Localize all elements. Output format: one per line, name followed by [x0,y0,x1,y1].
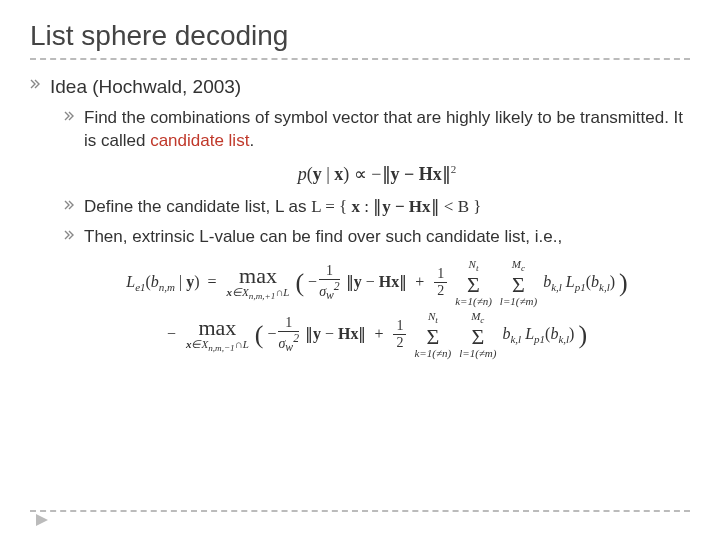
f1-p: p [298,164,307,184]
f1-norml: ‖ [382,164,391,184]
bullet-lvl1: Idea (Hochwald, 2003) [30,74,690,100]
sub-bullets: Find the combinations of symbol vector t… [30,106,690,361]
f1-y: y [313,164,322,184]
ldef-nr: ‖ [431,197,440,216]
svg-marker-0 [36,514,48,526]
bottom-divider [30,510,690,512]
ldef-b: : [360,197,373,216]
ldef-x: x [351,197,360,216]
ldef-ymhx: y − Hx [382,197,430,216]
f1-prop: ∝ − [349,164,381,184]
page-title: List sphere decoding [30,20,690,60]
bullet-lvl2-then: Then, extrinsic L-value can be find over… [64,225,690,249]
bullet-lvl2-find: Find the combinations of symbol vector t… [64,106,690,154]
f1-normr: ‖ [442,164,451,184]
bullet-icon [64,111,76,121]
idea-text: Idea (Hochwald, 2003) [50,74,241,100]
formula-extrinsic-lvalue: Le1(bn,m | y) = maxx∈Xn,m,+1∩L ( −1σw2 ‖… [64,257,690,361]
next-slide-icon[interactable] [36,512,50,530]
formula-likelihood: p(y | x) ∝ −‖y − Hx‖2 [64,163,690,185]
f1-sq: 2 [451,163,457,175]
candidate-list-label: candidate list [150,131,249,150]
f1-bar: | [322,164,335,184]
bullet-lvl2-define: Define the candidate list, L as L = { x … [64,195,690,219]
ldef-lt: < B } [440,197,482,216]
f1-ymhx: y − Hx [391,164,442,184]
define-text: Define the candidate list, L as L = { x … [84,195,481,219]
then-text: Then, extrinsic L-value can be find over… [84,225,562,249]
f1-x: x [334,164,343,184]
bullet-icon [30,79,42,89]
find-text: Find the combinations of symbol vector t… [84,106,690,154]
slide: List sphere decoding Idea (Hochwald, 200… [0,0,720,540]
bullet-icon [64,200,76,210]
ldef-nl: ‖ [373,197,382,216]
define-pre: Define the candidate list, L as [84,197,311,216]
ldef-a: L = { [311,197,351,216]
bullet-icon [64,230,76,240]
find-post: . [249,131,254,150]
